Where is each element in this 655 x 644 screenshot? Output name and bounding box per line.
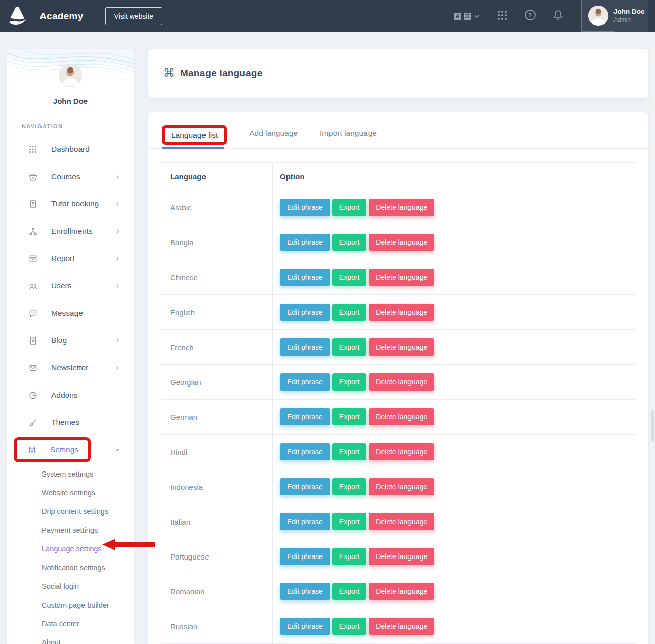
user-name: John Doe [613,8,645,16]
edit-phrase-button[interactable]: Edit phrase [280,443,330,460]
tab-language-list[interactable]: Language list [171,131,218,139]
export-button[interactable]: Export [332,338,366,356]
language-cell: Romanian [161,574,272,609]
sidebar-item-report[interactable]: Report [7,245,134,272]
export-button[interactable]: Export [332,548,366,565]
language-cell: Arabic [161,190,272,225]
edit-phrase-button[interactable]: Edit phrase [280,304,330,321]
submenu-label: System settings [42,470,93,478]
edit-phrase-button[interactable]: Edit phrase [280,234,330,251]
sidebar-item-themes[interactable]: Themes [7,409,134,436]
user-menu[interactable]: John Doe Admin [581,0,648,32]
vertical-scrollbar[interactable] [650,32,655,644]
delete-language-button[interactable]: Delete language [369,548,434,565]
sidebar-item-newsletter[interactable]: Newsletter [7,354,134,381]
sidebar-item-label: Dashboard [51,145,90,154]
sidebar-item-dashboard[interactable]: Dashboard [7,136,134,163]
navigation-section-label: NAVIGATION [22,123,134,130]
export-button[interactable]: Export [332,478,366,495]
chevron-right-icon [115,201,120,207]
export-button[interactable]: Export [332,513,366,530]
submenu-payment-settings[interactable]: Payment settings [7,521,134,539]
export-button[interactable]: Export [332,234,366,251]
sidebar-item-message[interactable]: Message [7,299,134,327]
delete-language-button[interactable]: Delete language [369,618,434,635]
sidebar-item-label: Newsletter [51,363,88,372]
edit-phrase-button[interactable]: Edit phrase [280,408,330,425]
help-icon[interactable]: ? [524,9,536,23]
tab-bar: Language list Add language Import langua… [148,112,648,149]
table-row: French Edit phrase Export Delete languag… [161,329,636,364]
export-button[interactable]: Export [332,269,366,286]
apps-grid-icon[interactable] [496,9,508,23]
edit-phrase-button[interactable]: Edit phrase [280,548,330,565]
delete-language-button[interactable]: Delete language [369,199,434,216]
sidebar-item-courses[interactable]: Courses [7,163,134,190]
scrollbar-thumb[interactable] [651,410,654,442]
delete-language-button[interactable]: Delete language [369,408,434,425]
edit-phrase-button[interactable]: Edit phrase [280,199,330,216]
visit-website-button[interactable]: Visit website [105,7,163,25]
sidebar-item-tutor-booking[interactable]: Tutor booking [7,190,134,218]
edit-phrase-button[interactable]: Edit phrase [280,583,330,600]
delete-language-button[interactable]: Delete language [369,304,434,321]
edit-phrase-button[interactable]: Edit phrase [280,618,330,635]
delete-language-button[interactable]: Delete language [369,513,434,530]
language-cell: Chinese [161,260,272,294]
submenu-system-settings[interactable]: System settings [7,464,134,483]
delete-language-button[interactable]: Delete language [369,583,434,600]
export-button[interactable]: Export [332,199,366,216]
export-button[interactable]: Export [332,408,366,425]
chevron-right-icon [115,229,120,234]
delete-language-button[interactable]: Delete language [369,443,434,460]
submenu-social-login[interactable]: Social login [7,577,134,595]
notifications-bell-icon[interactable] [552,9,564,23]
export-button[interactable]: Export [332,618,366,635]
submenu-drip-content-settings[interactable]: Drip content settings [7,502,134,521]
sidebar-item-label: Message [51,309,83,318]
edit-phrase-button[interactable]: Edit phrase [280,478,330,495]
export-button[interactable]: Export [332,583,366,600]
chevron-down-icon [474,13,480,19]
edit-phrase-button[interactable]: Edit phrase [280,269,330,286]
column-header-language: Language [161,163,272,190]
edit-phrase-button[interactable]: Edit phrase [280,513,330,530]
submenu-website-settings[interactable]: Website settings [7,483,134,502]
delete-language-button[interactable]: Delete language [369,269,434,286]
submenu-language-settings[interactable]: Language settings [7,539,134,558]
enrollments-icon [28,226,38,236]
dashboard-icon [28,144,38,154]
profile-name: John Doe [7,97,134,105]
submenu-custom-page-builder[interactable]: Custom page builder [7,595,134,614]
delete-language-button[interactable]: Delete language [369,234,434,251]
edit-phrase-button[interactable]: Edit phrase [280,373,330,391]
table-row: English Edit phrase Export Delete langua… [161,294,636,329]
chevron-right-icon [115,338,120,344]
tab-import-language[interactable]: Import language [320,128,377,145]
submenu-data-center[interactable]: Data center [7,614,134,633]
delete-language-button[interactable]: Delete language [369,338,434,356]
sidebar-item-settings[interactable]: Settings [7,436,134,463]
export-button[interactable]: Export [332,304,366,321]
delete-language-button[interactable]: Delete language [369,373,434,391]
submenu-about[interactable]: About [7,633,134,644]
chevron-down-icon [114,447,120,453]
annotation-box-settings: Settings [14,437,91,462]
language-switcher[interactable]: A 文 [454,13,480,20]
delete-language-button[interactable]: Delete language [369,478,434,495]
table-row: Hindi Edit phrase Export Delete language [161,434,636,469]
export-button[interactable]: Export [332,443,366,460]
export-button[interactable]: Export [332,373,366,391]
tab-add-language[interactable]: Add language [249,128,298,145]
sidebar-item-users[interactable]: Users [7,272,134,299]
sidebar-item-blog[interactable]: Blog [7,327,134,354]
addons-icon [28,390,38,400]
edit-phrase-button[interactable]: Edit phrase [280,338,330,356]
academy-logo-icon [7,5,28,28]
sidebar-item-label: Addons [51,391,78,400]
submenu-notification-settings[interactable]: Notification settings [7,558,134,577]
sidebar-item-addons[interactable]: Addons [7,381,134,409]
translate-icon: A [454,13,461,20]
sidebar-item-enrollments[interactable]: Enrollments [7,218,134,245]
chevron-right-icon [115,256,120,262]
